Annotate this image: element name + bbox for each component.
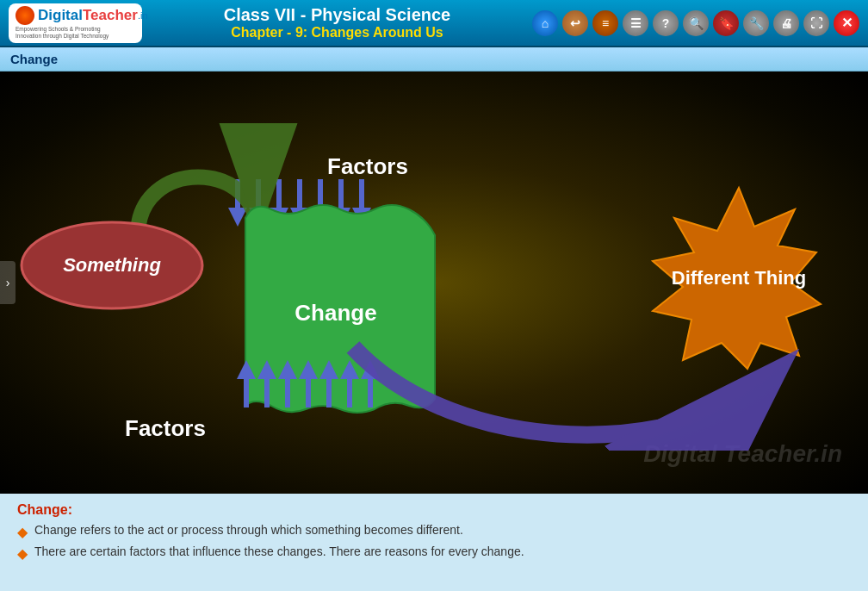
help-button[interactable]: ? <box>653 10 679 36</box>
info-item-2: ◆ There are certain factors that influen… <box>17 544 851 562</box>
up-arrow-3 <box>278 360 297 407</box>
close-button[interactable]: ✕ <box>834 10 859 36</box>
logo-digital: Digital <box>38 7 83 24</box>
nav-icons: ⌂ ↩ ≡ ☰ ? 🔍 🔖 🔧 🖨 ⛶ ✕ <box>532 10 859 36</box>
diagram-area: › Digital Teacher.in Factors Something <box>0 72 868 494</box>
header: Digital Teacher .in Empowering Schools &… <box>0 0 868 47</box>
factors-top-label: Factors <box>327 153 408 180</box>
info-item-1: ◆ Change refers to the act or process th… <box>17 523 851 540</box>
title-main: Class VII - Physical Science <box>142 5 532 25</box>
info-area: Change: ◆ Change refers to the act or pr… <box>0 494 868 591</box>
up-arrow-2 <box>257 360 276 407</box>
title-sub: Chapter - 9: Changes Around Us <box>142 25 532 40</box>
logo-teacher: Teacher <box>83 7 138 24</box>
menu-button[interactable]: ≡ <box>592 10 618 36</box>
bullet-2: ◆ <box>17 545 28 562</box>
purple-curve-arrow <box>327 330 801 451</box>
info-title: Change: <box>17 502 851 518</box>
tools-button[interactable]: 🔧 <box>743 10 769 36</box>
search-button[interactable]: 🔍 <box>683 10 709 36</box>
logo-tagline: Empowering Schools & Promoting Innovatio… <box>16 26 108 40</box>
back-button[interactable]: ↩ <box>562 10 588 36</box>
info-text-1: Change refers to the act or process thro… <box>34 523 463 537</box>
bullet-1: ◆ <box>17 524 28 540</box>
logo: Digital Teacher .in Empowering Schools &… <box>9 3 142 43</box>
list-button[interactable]: ☰ <box>623 10 648 36</box>
up-arrow-4 <box>299 360 318 407</box>
something-label: Something <box>17 218 207 313</box>
info-text-2: There are certain factors that influence… <box>34 544 524 558</box>
factors-bottom-label: Factors <box>125 415 206 442</box>
title-area: Class VII - Physical Science Chapter - 9… <box>142 5 532 40</box>
left-nav-tab[interactable]: › <box>0 261 16 304</box>
fullscreen-button[interactable]: ⛶ <box>803 10 829 36</box>
bookmark-button[interactable]: 🔖 <box>713 10 739 36</box>
print-button[interactable]: 🖨 <box>773 10 799 36</box>
home-button[interactable]: ⌂ <box>532 10 558 36</box>
section-bar: Change <box>0 47 868 72</box>
section-title: Change <box>10 52 58 66</box>
up-arrow-1 <box>237 360 256 407</box>
